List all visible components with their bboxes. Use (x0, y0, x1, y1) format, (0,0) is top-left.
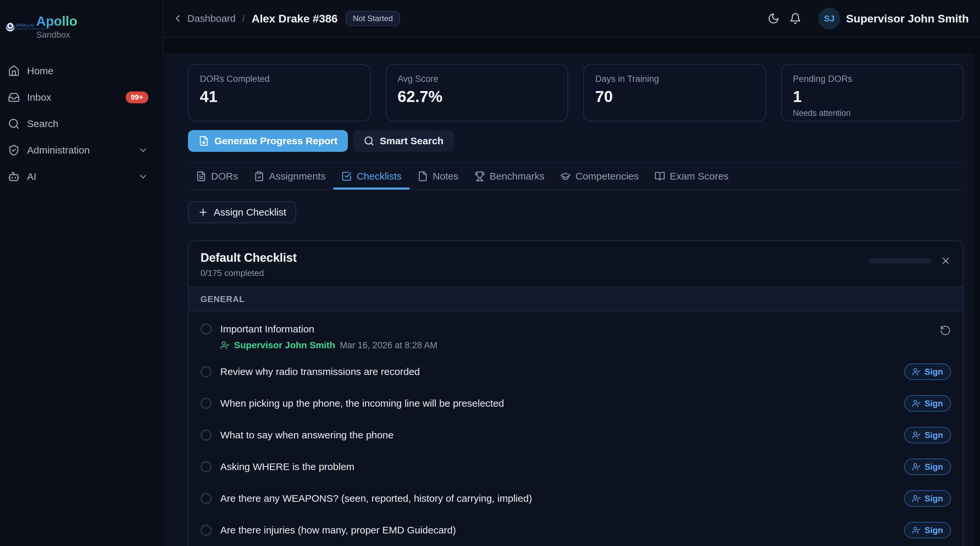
brand-environment: Sandbox (36, 30, 77, 40)
sidebar: APOLLO TRAINING CONDUCTOR Apollo Sandbox… (0, 0, 164, 546)
checkbox-circle[interactable] (200, 461, 212, 473)
book-open-icon (655, 171, 665, 182)
user-check-icon (912, 367, 921, 376)
checklist-item: When picking up the phone, the incoming … (200, 388, 951, 419)
smart-search-button[interactable]: Smart Search (353, 130, 454, 152)
sidebar-item-home[interactable]: Home (0, 58, 163, 84)
tab-bar: DORs Assignments Checklists Notes Benchm… (188, 163, 964, 190)
sign-button[interactable]: Sign (904, 364, 951, 380)
sign-button[interactable]: Sign (904, 522, 951, 538)
stat-card-days-in-training: Days in Training 70 (583, 64, 766, 121)
sidebar-item-label: Search (27, 118, 58, 129)
inbox-unread-badge: 99+ (126, 91, 148, 103)
breadcrumb-dashboard-link[interactable]: Dashboard (187, 13, 236, 24)
tab-assignments[interactable]: Assignments (246, 163, 334, 190)
checklist-item-text: When picking up the phone, the incoming … (220, 398, 504, 409)
tab-competencies[interactable]: Competencies (552, 163, 647, 190)
stats-row: DORs Completed 41 Avg Score 62.7% Days i… (188, 64, 964, 121)
signed-by-name: Supervisor John Smith (234, 340, 335, 351)
generate-progress-report-button[interactable]: Generate Progress Report (188, 130, 348, 152)
checkbox-circle[interactable] (200, 525, 212, 536)
app-window: APOLLO TRAINING CONDUCTOR Apollo Sandbox… (0, 0, 980, 546)
file-icon (417, 171, 428, 182)
stat-label: Avg Score (398, 74, 557, 84)
undo-sign-icon[interactable] (940, 325, 951, 336)
stat-card-pending-dors: Pending DORs 1 Needs attention (781, 64, 964, 121)
sign-button[interactable]: Sign (904, 427, 951, 443)
stat-label: Days in Training (595, 74, 754, 84)
trophy-icon (474, 171, 485, 182)
user-check-icon (220, 341, 229, 350)
tab-benchmarks[interactable]: Benchmarks (466, 163, 553, 190)
stat-card-avg-score: Avg Score 62.7% (386, 64, 568, 121)
status-badge: Not Started (345, 11, 400, 26)
sign-button[interactable]: Sign (904, 458, 951, 475)
brand-name: Apollo (36, 14, 77, 29)
notifications-bell-icon[interactable] (789, 13, 801, 24)
chevron-down-icon (138, 171, 148, 182)
breadcrumb-separator: / (242, 13, 245, 24)
checklist-item: Are there injuries (how many, proper EMD… (200, 514, 951, 546)
stat-note: Needs attention (793, 108, 952, 118)
checklist-item-text: Asking WHERE is the problem (220, 461, 355, 473)
checklist-item-text: Important Information (220, 324, 314, 335)
sidebar-item-administration[interactable]: Administration (0, 137, 163, 163)
checkbox-circle[interactable] (200, 429, 212, 441)
checkbox-circle[interactable] (200, 493, 212, 504)
checkbox-circle[interactable] (200, 398, 212, 409)
stat-label: Pending DORs (793, 74, 952, 84)
inbox-icon (8, 91, 20, 103)
sidebar-item-ai[interactable]: AI (0, 163, 163, 190)
checklist-item: Review why radio transmissions are recor… (200, 356, 951, 388)
tab-notes[interactable]: Notes (410, 163, 466, 190)
user-avatar[interactable]: SJ (818, 8, 840, 29)
checkbox-circle[interactable] (200, 366, 212, 377)
checklist-progress-bar (869, 258, 932, 263)
tab-dors[interactable]: DORs (188, 163, 246, 190)
stat-value: 41 (200, 88, 359, 105)
tab-checklists[interactable]: Checklists (333, 163, 410, 190)
checklist-items: Important Information Supervisor John Sm… (189, 311, 963, 546)
stat-value: 70 (595, 88, 754, 105)
user-check-icon (912, 399, 921, 408)
search-icon (364, 136, 374, 146)
sidebar-item-label: AI (27, 171, 36, 182)
checklist-item: Asking WHERE is the problem Sign (200, 451, 951, 483)
apollo-logo: APOLLO TRAINING CONDUCTOR (6, 23, 30, 31)
tab-exam-scores[interactable]: Exam Scores (647, 163, 736, 190)
user-name[interactable]: Supervisor John Smith (846, 12, 969, 25)
sidebar-item-search[interactable]: Search (0, 110, 163, 137)
file-download-icon (199, 136, 209, 146)
checklist-item-text: Are there any WEAPONS? (seen, reported, … (220, 493, 532, 504)
content-area: DORs Completed 41 Avg Score 62.7% Days i… (164, 53, 974, 546)
checklist-item: Important Information Supervisor John Sm… (200, 315, 951, 356)
shield-check-icon (8, 144, 20, 156)
sidebar-item-inbox[interactable]: Inbox 99+ (0, 84, 163, 110)
sidebar-item-label: Inbox (27, 92, 51, 103)
brand-block: APOLLO TRAINING CONDUCTOR Apollo Sandbox (0, 0, 163, 40)
page-title: Alex Drake #386 (251, 12, 338, 25)
sign-button[interactable]: Sign (904, 490, 951, 507)
stat-value: 1 (793, 88, 952, 105)
back-button[interactable] (172, 13, 183, 24)
clipboard-check-icon (254, 171, 264, 182)
file-text-icon (196, 171, 207, 182)
checkbox-circle[interactable] (200, 324, 212, 335)
actions-row: Generate Progress Report Smart Search (188, 130, 964, 152)
sign-button[interactable]: Sign (904, 395, 951, 412)
sidebar-item-label: Home (27, 65, 53, 77)
checklist-progress-text: 0/175 completed (200, 268, 297, 278)
user-check-icon (912, 463, 921, 471)
checklist-panel-header: Default Checklist 0/175 completed (189, 241, 963, 287)
stat-label: DORs Completed (200, 74, 359, 84)
checklist-item: What to say when answering the phone Sig… (200, 419, 951, 451)
check-square-icon (341, 171, 352, 182)
dark-mode-toggle-moon-icon[interactable] (768, 13, 780, 24)
sidebar-nav: Home Inbox 99+ Search Administration AI (0, 58, 163, 190)
assign-checklist-button[interactable]: Assign Checklist (188, 201, 296, 223)
plus-icon (198, 207, 208, 217)
home-icon (8, 65, 20, 77)
header-actions: SJ Supervisor John Smith (768, 8, 969, 29)
main-area: Dashboard / Alex Drake #386 Not Started … (164, 0, 980, 546)
close-icon[interactable] (940, 255, 951, 266)
